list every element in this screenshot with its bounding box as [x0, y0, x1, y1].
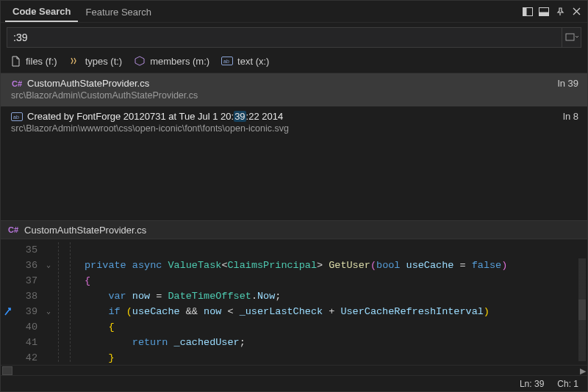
filter-text-label: text (x:)	[237, 56, 269, 67]
types-icon	[69, 55, 81, 67]
horizontal-scrollbar[interactable]: ▶	[1, 365, 587, 375]
preview-header: C# CustomAuthStateProvider.cs	[1, 220, 587, 239]
code-content[interactable]: private async ValueTask<ClaimsPrincipal>…	[79, 239, 587, 365]
filter-types[interactable]: types (t:)	[69, 55, 123, 67]
fold-gutter[interactable]: ⌄⌄	[42, 239, 55, 365]
text-icon: ab	[221, 55, 233, 67]
filter-text[interactable]: ab text (x:)	[221, 55, 269, 67]
file-icon	[10, 55, 21, 67]
filter-members[interactable]: members (m:)	[134, 55, 209, 67]
svg-text:ab: ab	[223, 59, 229, 64]
status-line: Ln: 39	[520, 379, 544, 389]
line-gutter: 353637383940414243	[1, 239, 42, 365]
result-title: Created by FontForge 20120731 at Tue Jul…	[27, 111, 283, 122]
result-item[interactable]: ab Created by FontForge 20120731 at Tue …	[1, 106, 587, 139]
tab-feature-search[interactable]: Feature Search	[78, 2, 159, 21]
panel-bottom-icon[interactable]	[537, 5, 551, 18]
tab-code-search[interactable]: Code Search	[5, 1, 78, 22]
text-badge-icon: ab	[11, 112, 23, 122]
result-line: ln 8	[563, 111, 578, 122]
filter-files-label: files (f:)	[26, 56, 57, 67]
result-line: ln 39	[558, 78, 578, 89]
close-icon[interactable]	[570, 5, 583, 18]
status-col: Ch: 1	[557, 379, 578, 389]
result-path: src\BlazorAdmin\CustomAuthStateProvider.…	[11, 90, 578, 101]
filter-types-label: types (t:)	[85, 56, 123, 67]
status-bar: Ln: 39 Ch: 1	[1, 375, 587, 391]
csharp-icon: C#	[8, 225, 18, 234]
svg-rect-4	[566, 34, 574, 40]
result-title: CustomAuthStateProvider.cs	[27, 78, 149, 89]
minimap[interactable]	[578, 258, 586, 361]
search-input[interactable]	[7, 29, 562, 46]
svg-rect-3	[539, 12, 549, 15]
indent-guides	[55, 239, 79, 365]
svg-text:ab: ab	[13, 115, 19, 120]
code-editor[interactable]: 353637383940414243 ⌄⌄ private async Valu…	[1, 239, 587, 365]
preview-filename: CustomAuthStateProvider.cs	[24, 225, 146, 236]
search-dropdown-button[interactable]	[562, 28, 581, 47]
pin-icon[interactable]	[553, 5, 567, 18]
scroll-right-arrow[interactable]: ▶	[580, 366, 586, 376]
panel-left-icon[interactable]	[521, 5, 534, 18]
filter-members-label: members (m:)	[150, 56, 209, 67]
csharp-icon: C#	[11, 79, 23, 89]
svg-rect-1	[523, 7, 527, 15]
result-path: src\BlazorAdmin\wwwroot\css\open-iconic\…	[11, 123, 578, 134]
result-item[interactable]: C# CustomAuthStateProvider.cs ln 39 src\…	[1, 73, 587, 106]
filter-files[interactable]: files (f:)	[10, 55, 57, 67]
scrollbar-thumb[interactable]	[2, 366, 12, 375]
members-icon	[134, 55, 146, 67]
